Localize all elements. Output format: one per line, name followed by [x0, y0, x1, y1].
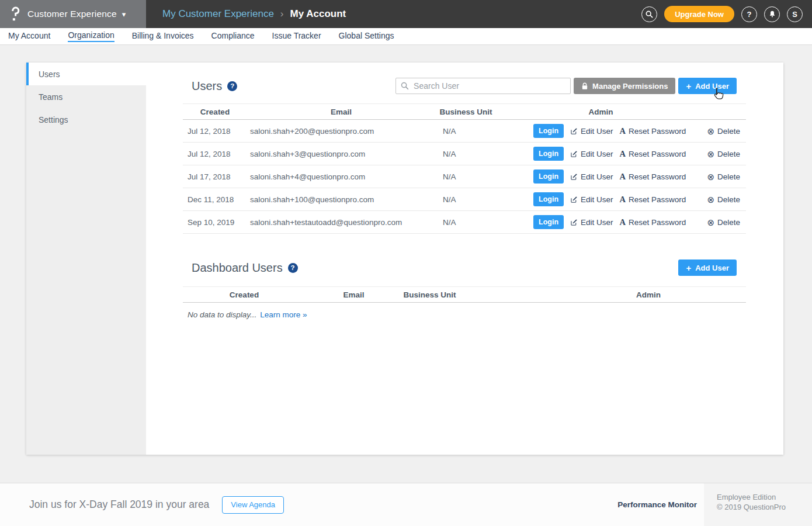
breadcrumb: My Customer Experience › My Account [162, 8, 346, 20]
question-mark-icon: ? [747, 10, 752, 19]
add-dashboard-user-label: Add User [695, 264, 729, 272]
user-email-cell: saloni.shah+200@questionpro.com [247, 127, 435, 136]
tab-issue-tracker[interactable]: Issue Tracker [272, 31, 321, 41]
tab-compliance[interactable]: Compliance [211, 31, 255, 41]
col-business-unit: Business Unit [402, 290, 457, 299]
promo-text: Join us for X-Day Fall 2019 in your area [29, 499, 209, 511]
delete-label: Delete [717, 150, 740, 158]
edit-user-label: Edit User [581, 218, 613, 227]
plus-icon: + [686, 263, 691, 273]
users-title: Users ? [192, 79, 237, 93]
main-nav: My Account Organization Billing & Invoic… [0, 28, 812, 45]
sidebar-item-settings[interactable]: Settings [26, 108, 146, 131]
user-business-unit-cell: N/A [435, 218, 497, 227]
add-user-button[interactable]: + Add User [678, 78, 737, 94]
manage-permissions-button[interactable]: Manage Permissions [574, 78, 675, 94]
delete-user-link[interactable]: ⊗ Delete [707, 195, 740, 204]
user-business-unit-cell: N/A [435, 150, 497, 158]
search-user-input[interactable] [395, 78, 571, 94]
reset-password-link[interactable]: A Reset Password [620, 149, 686, 159]
dashboard-toolbar-actions: + Add User [678, 259, 737, 276]
product-switcher[interactable]: Customer Experience ▾ [0, 0, 146, 28]
login-button[interactable]: Login [533, 192, 564, 206]
col-created: Created [183, 108, 247, 116]
users-table: Created Email Business Unit Admin Jul 12… [183, 103, 746, 234]
help-button[interactable]: ? [741, 6, 757, 22]
sidebar-item-users[interactable]: Users [26, 63, 146, 85]
login-button[interactable]: Login [533, 169, 564, 184]
user-admin-cell: Login Edit User A Reset Password ⊗ Delet… [497, 169, 746, 184]
edit-user-link[interactable]: Edit User [570, 150, 613, 158]
user-business-unit-cell: N/A [435, 172, 497, 181]
user-email-cell: saloni.shah+3@questionpro.com [247, 150, 435, 158]
delete-user-link[interactable]: ⊗ Delete [707, 127, 740, 136]
col-email: Email [247, 108, 435, 116]
footer-promo: Join us for X-Day Fall 2019 in your area… [29, 483, 284, 526]
reset-password-link[interactable]: A Reset Password [620, 217, 686, 227]
user-created-cell: Jul 12, 2018 [183, 150, 247, 158]
dashboard-table-header: Created Email Business Unit Admin [183, 286, 746, 303]
add-dashboard-user-button[interactable]: + Add User [678, 259, 737, 276]
delete-label: Delete [717, 218, 740, 227]
manage-permissions-label: Manage Permissions [592, 82, 668, 91]
edit-user-link[interactable]: Edit User [570, 218, 613, 227]
user-email-cell: saloni.shah+4@questionpro.com [247, 172, 435, 181]
edit-user-link[interactable]: Edit User [570, 195, 613, 204]
col-business-unit: Business Unit [435, 108, 497, 116]
tab-billing-invoices[interactable]: Billing & Invoices [132, 31, 194, 41]
search-button[interactable] [641, 6, 657, 22]
edit-icon [570, 173, 578, 181]
notifications-button[interactable] [764, 6, 780, 22]
login-button[interactable]: Login [533, 124, 564, 138]
avatar[interactable]: S [787, 6, 803, 22]
breadcrumb-parent[interactable]: My Customer Experience [162, 8, 274, 20]
product-name: Customer Experience [27, 9, 117, 19]
plus-icon: + [686, 81, 691, 91]
edit-icon [570, 196, 578, 203]
performance-monitor-link[interactable]: Performance Monitor [617, 483, 697, 526]
edit-user-label: Edit User [581, 127, 613, 136]
login-button[interactable]: Login [533, 147, 564, 161]
delete-label: Delete [717, 195, 740, 204]
edit-user-link[interactable]: Edit User [570, 127, 613, 136]
user-table-row: Dec 11, 2018 saloni.shah+100@questionpro… [183, 188, 746, 211]
delete-user-link[interactable]: ⊗ Delete [707, 218, 740, 227]
reset-password-link[interactable]: A Reset Password [620, 172, 686, 182]
user-table-row: Jul 12, 2018 saloni.shah+3@questionpro.c… [183, 143, 746, 165]
copyright-text: © 2019 QuestionPro [717, 502, 812, 512]
delete-circle-icon: ⊗ [707, 127, 714, 136]
delete-circle-icon: ⊗ [707, 195, 714, 204]
edit-icon [570, 150, 578, 158]
users-help-icon[interactable]: ? [227, 81, 237, 91]
view-agenda-button[interactable]: View Agenda [222, 496, 284, 514]
col-admin: Admin [457, 290, 746, 299]
reset-password-link[interactable]: A Reset Password [620, 195, 686, 205]
bell-icon [768, 10, 776, 18]
users-table-header: Created Email Business Unit Admin [183, 103, 746, 120]
edition-panel: Employee Edition © 2019 QuestionPro [704, 483, 812, 526]
dashboard-users-help-icon[interactable]: ? [288, 263, 298, 273]
reset-password-label: Reset Password [629, 195, 686, 204]
user-created-cell: Dec 11, 2018 [183, 195, 247, 204]
delete-user-link[interactable]: ⊗ Delete [707, 150, 740, 158]
font-a-icon: A [620, 126, 626, 136]
user-business-unit-cell: N/A [435, 195, 497, 204]
user-table-row: Jul 17, 2018 saloni.shah+4@questionpro.c… [183, 165, 746, 188]
dashboard-users-title-text: Dashboard Users [192, 261, 283, 275]
tab-global-settings[interactable]: Global Settings [339, 31, 394, 41]
delete-user-link[interactable]: ⊗ Delete [707, 172, 740, 181]
delete-circle-icon: ⊗ [707, 150, 714, 158]
login-button[interactable]: Login [533, 215, 564, 229]
reset-password-link[interactable]: A Reset Password [620, 126, 686, 136]
tab-organization[interactable]: Organization [68, 30, 114, 42]
col-created: Created [183, 290, 306, 299]
sidebar-item-teams[interactable]: Teams [26, 85, 146, 108]
delete-circle-icon: ⊗ [707, 218, 714, 227]
learn-more-link[interactable]: Learn more » [260, 310, 307, 319]
edit-user-link[interactable]: Edit User [570, 172, 613, 181]
organization-panel: Users Teams Settings Users ? [26, 63, 783, 455]
breadcrumb-chevron-icon: › [280, 8, 284, 20]
edit-icon [570, 219, 578, 226]
tab-my-account[interactable]: My Account [8, 31, 50, 41]
upgrade-now-button[interactable]: Upgrade Now [664, 6, 734, 22]
